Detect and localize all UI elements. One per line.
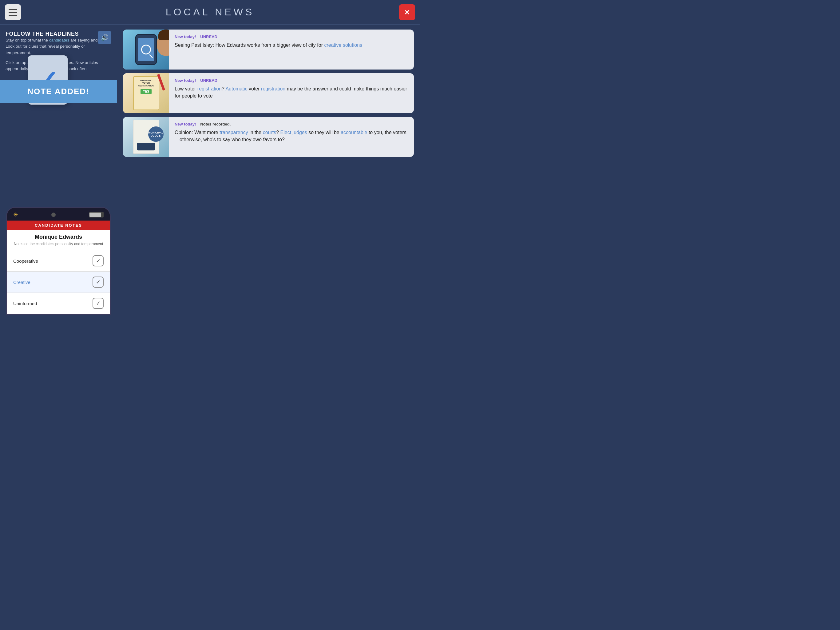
link-accountable: accountable	[341, 130, 367, 135]
magnify-icon	[141, 44, 151, 54]
sound-icon: 🔊	[101, 34, 109, 41]
list-item[interactable]: Uninformed ✓	[7, 293, 110, 314]
content-area: New today! UNREAD Seeing Past Isley: How…	[117, 25, 420, 315]
news-info-2: New today! UNREAD Low voter registration…	[169, 73, 414, 113]
judge-stamp: MUNICIPAL JUDGE	[148, 127, 164, 142]
battery-bar	[89, 212, 104, 217]
hamburger-line-2	[9, 12, 17, 13]
header: LOCAL NEWS ×	[0, 0, 420, 25]
news-tag-row-2: New today! UNREAD	[175, 78, 408, 83]
tag-unread-1: UNREAD	[200, 35, 217, 39]
follow-headlines-title: FOLLOW THE HEADLINES	[6, 31, 79, 37]
face-illustration	[157, 31, 169, 56]
phone-battery	[89, 212, 104, 217]
phone-top-bar: ☀	[7, 207, 110, 220]
news-card-3[interactable]: MUNICIPAL JUDGE New today! Notes recorde…	[123, 117, 414, 157]
check-badge-creative: ✓	[93, 277, 104, 288]
voter-card: AUTOMATIC VOTER REGISTRATION YES	[133, 76, 159, 110]
tag-new-3: New today!	[175, 122, 196, 127]
candidate-notes-header: CANDIDATE NOTES	[7, 220, 110, 230]
note-label-creative: Creative	[13, 280, 30, 285]
sidebar: FOLLOW THE HEADLINES 🔊 Stay on top of wh…	[0, 25, 117, 315]
voter-yes-badge: YES	[141, 89, 152, 94]
note-added-banner: NOTE ADDED!	[0, 80, 117, 103]
tag-notes-3: Notes recorded.	[200, 122, 231, 127]
notes-list: Cooperative ✓ Creative ✓ Uninformed ✓	[7, 250, 110, 314]
news-tag-row-3: New today! Notes recorded.	[175, 122, 408, 127]
hamburger-line-3	[9, 15, 17, 16]
phone-mockup: ☀ CANDIDATE NOTES Monique Edwards Notes …	[6, 207, 111, 315]
news-thumb-3: MUNICIPAL JUDGE	[123, 117, 169, 157]
phone-camera	[51, 212, 56, 217]
candidate-name: Monique Edwards	[7, 230, 110, 242]
candidate-subtitle: Notes on the candidate's personality and…	[7, 242, 110, 250]
note-label-cooperative: Cooperative	[13, 258, 38, 264]
tag-new-2: New today!	[175, 78, 196, 83]
hair-illustration	[158, 30, 169, 40]
note-label-uninformed: Uninformed	[13, 301, 37, 306]
news-headline-1: Seeing Past Isley: How Edwards works fro…	[175, 41, 408, 49]
sidebar-description-1: Stay on top of what the candidates are s…	[6, 37, 111, 56]
battery-fill	[90, 212, 101, 217]
card1-illustration	[123, 30, 169, 70]
news-info-3: New today! Notes recorded. Opinion: Want…	[169, 117, 414, 157]
candidates-link[interactable]: candidates	[49, 38, 69, 43]
news-card-1[interactable]: New today! UNREAD Seeing Past Isley: How…	[123, 30, 414, 70]
page-title: LOCAL NEWS	[166, 6, 254, 18]
menu-button[interactable]	[5, 4, 21, 20]
link-transparency: transparency	[219, 130, 248, 135]
headline-link-1: creative solutions	[324, 43, 362, 47]
sun-icon: ☀	[13, 211, 18, 218]
judge-paper: MUNICIPAL JUDGE	[133, 120, 159, 154]
link-registration-1: registration	[197, 86, 222, 91]
phone-illustration	[135, 34, 157, 65]
phone-screen	[138, 38, 154, 61]
card3-illustration: MUNICIPAL JUDGE	[123, 117, 169, 157]
news-tag-row-1: New today! UNREAD	[175, 35, 408, 39]
list-item[interactable]: Cooperative ✓	[7, 250, 110, 272]
link-registration-2: registration	[261, 86, 285, 91]
hamburger-line-1	[9, 9, 17, 10]
news-headline-3: Opinion: Want more transparency in the c…	[175, 129, 408, 143]
tag-new-1: New today!	[175, 35, 196, 39]
news-card-2[interactable]: AUTOMATIC VOTER REGISTRATION YES New tod…	[123, 73, 414, 113]
voter-card-title: AUTOMATIC VOTER REGISTRATION	[136, 79, 156, 87]
list-item[interactable]: Creative ✓	[7, 272, 110, 293]
news-info-1: New today! UNREAD Seeing Past Isley: How…	[169, 30, 414, 70]
tag-unread-2: UNREAD	[200, 78, 217, 83]
news-thumb-1	[123, 30, 169, 70]
main-layout: FOLLOW THE HEADLINES 🔊 Stay on top of wh…	[0, 25, 420, 315]
check-badge-uninformed: ✓	[93, 298, 104, 309]
news-thumb-2: AUTOMATIC VOTER REGISTRATION YES	[123, 73, 169, 113]
note-added-text: NOTE ADDED!	[27, 87, 90, 96]
link-automatic: Automatic	[225, 86, 247, 91]
voter-pen	[157, 74, 165, 90]
judge-gavel	[137, 143, 155, 150]
link-elect-judges: Elect judges	[280, 130, 307, 135]
news-headline-2: Low voter registration? Automatic voter …	[175, 85, 408, 99]
link-courts: courts	[263, 130, 276, 135]
sound-button[interactable]: 🔊	[98, 31, 111, 44]
check-badge-cooperative: ✓	[93, 255, 104, 266]
close-button[interactable]: ×	[399, 4, 415, 20]
card2-illustration: AUTOMATIC VOTER REGISTRATION YES	[123, 73, 169, 113]
